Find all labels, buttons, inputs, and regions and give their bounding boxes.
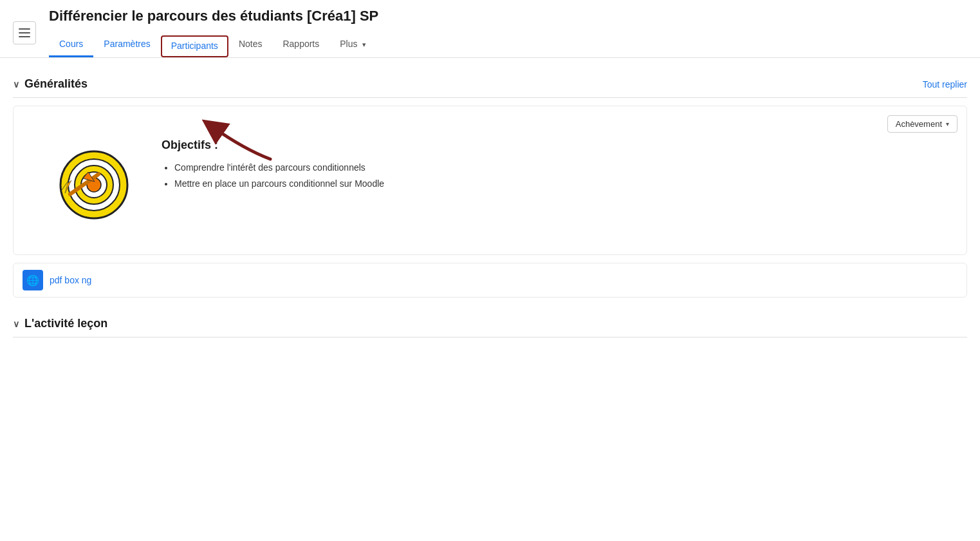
main-content: ∨ Généralités Tout replier Achèvement ▾ — [0, 71, 980, 358]
section-activite: ∨ L'activité leçon — [13, 310, 967, 337]
objectives-text: Objectifs : Comprendre l'intérêt des par… — [162, 138, 384, 192]
tab-participants[interactable]: Participants — [161, 35, 228, 57]
header-content: Différencier le parcours des étudiants [… — [49, 8, 967, 57]
chevron-icon[interactable]: ∨ — [13, 79, 19, 90]
dropdown-arrow-icon: ▾ — [362, 41, 366, 48]
tab-nav: Cours Paramètres Participants Notes Rapp… — [49, 33, 967, 57]
objectives-list: Comprendre l'intérêt des parcours condit… — [162, 160, 384, 192]
resource-item-pdf: 🌐 pdf box ng — [13, 263, 967, 298]
page-title: Différencier le parcours des étudiants [… — [49, 8, 967, 24]
tab-notes[interactable]: Notes — [228, 33, 273, 57]
objective-item: Mettre en place un parcours conditionnel… — [174, 176, 384, 192]
top-bar: Différencier le parcours des étudiants [… — [0, 0, 980, 58]
menu-icon[interactable] — [13, 21, 36, 44]
objectives-area: Objectifs : Comprendre l'intérêt des par… — [26, 119, 954, 242]
chevron-activite-icon[interactable]: ∨ — [13, 319, 19, 329]
tab-rapports[interactable]: Rapports — [272, 33, 329, 57]
section-header-generalites: ∨ Généralités Tout replier — [13, 71, 967, 98]
tab-plus[interactable]: Plus ▾ — [329, 33, 376, 57]
achievement-dropdown-icon: ▾ — [946, 120, 949, 128]
objective-item: Comprendre l'intérêt des parcours condit… — [174, 160, 384, 176]
tab-cours[interactable]: Cours — [49, 33, 93, 57]
section-title-activite: ∨ L'activité leçon — [13, 317, 107, 330]
section-header-activite: ∨ L'activité leçon — [13, 310, 967, 337]
resource-icon-globe: 🌐 — [23, 270, 43, 290]
section-title-generalites: ∨ Généralités — [13, 77, 88, 91]
target-icon — [52, 138, 136, 222]
content-card-objectives: Achèvement ▾ — [13, 106, 967, 255]
tout-replier-link[interactable]: Tout replier — [923, 79, 967, 90]
page-wrapper: Différencier le parcours des étudiants [… — [0, 0, 980, 541]
section-generalites: ∨ Généralités Tout replier Achèvement ▾ — [13, 71, 967, 298]
achievement-button[interactable]: Achèvement ▾ — [887, 115, 957, 133]
resource-link-pdf[interactable]: pdf box ng — [50, 275, 91, 285]
tab-parametres[interactable]: Paramètres — [93, 33, 160, 57]
